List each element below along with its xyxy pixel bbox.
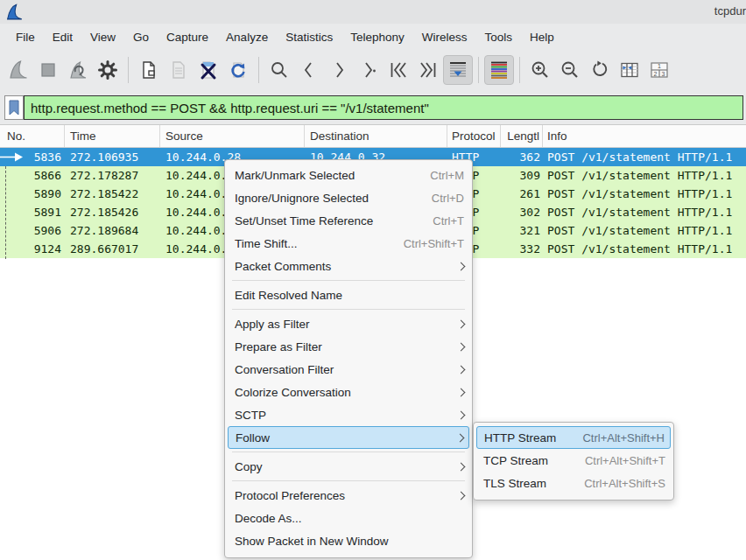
chevron-right-icon	[457, 319, 466, 328]
last-packet-icon	[418, 60, 439, 80]
menu-item-protocol-preferences[interactable]: Protocol Preferences	[225, 484, 472, 507]
cell-no: 9124	[0, 240, 65, 258]
menu-item-copy[interactable]: Copy	[225, 455, 472, 478]
capture-options-button[interactable]	[93, 55, 123, 85]
cell-length: 302	[501, 203, 543, 221]
cell-time: 272.106935	[65, 148, 160, 166]
menu-item-conversation-filter[interactable]: Conversation Filter	[225, 358, 472, 381]
resize-columns-button[interactable]	[615, 55, 644, 85]
display-filter-input[interactable]	[24, 95, 743, 120]
layout-preset-button[interactable]: 123	[644, 55, 674, 85]
toolbar-separator	[258, 57, 259, 83]
colorize-icon	[489, 60, 510, 80]
menu-telephony[interactable]: Telephony	[341, 27, 413, 47]
go-to-packet-button[interactable]	[354, 55, 384, 85]
search-icon	[269, 60, 290, 80]
cell-time: 272.185422	[65, 185, 160, 203]
cell-info: POST /v1/statement HTTP/1.1	[543, 185, 746, 203]
next-packet-button[interactable]	[324, 55, 354, 85]
menu-wireless[interactable]: Wireless	[413, 27, 476, 47]
menu-analyze[interactable]: Analyze	[217, 27, 277, 47]
packet-list-header[interactable]: No. Time Source Destination Protocol Len…	[0, 125, 746, 148]
stop-icon	[38, 60, 59, 80]
auto-scroll-button[interactable]	[443, 55, 473, 85]
submenu-item-http-stream[interactable]: HTTP StreamCtrl+Alt+Shift+H	[476, 426, 671, 449]
colorize-packets-button[interactable]	[484, 55, 514, 85]
chevron-right-icon	[457, 342, 466, 351]
reload-file-button[interactable]	[223, 55, 253, 85]
menu-item-follow[interactable]: Follow	[228, 426, 469, 449]
menu-separator	[225, 306, 472, 312]
menu-item-time-reference[interactable]: Set/Unset Time ReferenceCtrl+T	[225, 209, 472, 232]
menu-go[interactable]: Go	[124, 27, 158, 47]
wireshark-window: tcpdur File Edit View Go Capture Analyze…	[0, 0, 746, 560]
filter-bookmark-button[interactable]	[4, 95, 24, 120]
zoom-in-icon	[530, 60, 551, 80]
menu-item-ignore-unignore[interactable]: Ignore/Unignore SelectedCtrl+D	[225, 186, 472, 209]
save-file-button	[164, 55, 194, 85]
cell-info: POST /v1/statement HTTP/1.1	[543, 203, 746, 221]
menu-item-time-shift[interactable]: Time Shift...Ctrl+Shift+T	[225, 232, 472, 255]
chevron-right-icon	[457, 462, 466, 471]
zoom-reset-button[interactable]	[585, 55, 615, 85]
cell-length: 321	[501, 221, 543, 240]
menu-file[interactable]: File	[7, 27, 44, 47]
menu-item-show-packet-in-new-window[interactable]: Show Packet in New Window	[225, 529, 472, 552]
menu-item-apply-as-filter[interactable]: Apply as Filter	[225, 312, 472, 335]
menu-item-packet-comments[interactable]: Packet Comments	[225, 255, 472, 277]
chevron-right-icon	[328, 60, 349, 80]
menu-item-decode-as[interactable]: Decode As...	[225, 507, 472, 529]
menu-view[interactable]: View	[81, 27, 124, 47]
cell-length: 362	[501, 148, 543, 166]
menu-item-prepare-as-filter[interactable]: Prepare as Filter	[225, 335, 472, 358]
stop-capture-button	[33, 55, 63, 85]
column-header-info[interactable]: Info	[543, 125, 746, 147]
menu-edit[interactable]: Edit	[44, 27, 81, 47]
column-header-no[interactable]: No.	[0, 125, 65, 147]
chevron-right-icon	[457, 410, 466, 419]
menu-tools[interactable]: Tools	[475, 27, 521, 47]
first-packet-button[interactable]	[384, 55, 413, 85]
column-header-length[interactable]: Lengtl	[501, 125, 543, 147]
previous-packet-button[interactable]	[294, 55, 324, 85]
toolbar-separator	[478, 57, 479, 83]
open-file-button[interactable]	[134, 55, 164, 85]
toolbar-separator	[128, 57, 129, 83]
layout-icon: 123	[649, 60, 670, 80]
submenu-item-tls-stream[interactable]: TLS StreamCtrl+Alt+Shift+S	[474, 472, 673, 494]
svg-text:2: 2	[654, 71, 658, 77]
first-packet-icon	[388, 60, 409, 80]
reload-icon	[228, 60, 249, 80]
svg-text:3: 3	[662, 71, 665, 77]
menu-item-edit-resolved-name[interactable]: Edit Resolved Name	[225, 284, 472, 306]
menu-help[interactable]: Help	[521, 27, 563, 47]
follow-submenu: HTTP StreamCtrl+Alt+Shift+H TCP StreamCt…	[473, 422, 674, 500]
chevron-right-icon	[456, 433, 465, 442]
column-header-destination[interactable]: Destination	[305, 125, 447, 147]
submenu-item-tcp-stream[interactable]: TCP StreamCtrl+Alt+Shift+T	[474, 449, 673, 472]
cell-time: 272.178287	[65, 166, 160, 185]
menu-item-colorize-conversation[interactable]: Colorize Conversation	[225, 381, 472, 403]
open-file-icon	[138, 60, 159, 80]
menu-item-sctp[interactable]: SCTP	[225, 403, 472, 426]
cell-time: 272.185426	[65, 203, 160, 221]
last-packet-button[interactable]	[413, 55, 443, 85]
column-header-protocol[interactable]: Protocol	[447, 125, 501, 147]
menu-separator	[225, 449, 472, 455]
column-header-time[interactable]: Time	[65, 125, 160, 147]
chevron-right-icon	[457, 491, 466, 500]
menu-item-mark-unmark[interactable]: Mark/Unmark SelectedCtrl+M	[225, 164, 472, 186]
close-file-button[interactable]	[194, 55, 223, 85]
zoom-in-button[interactable]	[525, 55, 555, 85]
cell-info: POST /v1/statement HTTP/1.1	[543, 240, 746, 258]
chevron-left-icon	[299, 60, 320, 80]
zoom-reset-icon	[589, 60, 610, 80]
menu-statistics[interactable]: Statistics	[277, 27, 341, 47]
cell-no: 5866	[0, 166, 65, 185]
menu-capture[interactable]: Capture	[158, 27, 217, 47]
zoom-out-button[interactable]	[555, 55, 585, 85]
find-packet-button[interactable]	[264, 55, 294, 85]
cell-length: 332	[501, 240, 543, 258]
column-header-source[interactable]: Source	[160, 125, 305, 147]
cell-info: POST /v1/statement HTTP/1.1	[543, 166, 746, 185]
